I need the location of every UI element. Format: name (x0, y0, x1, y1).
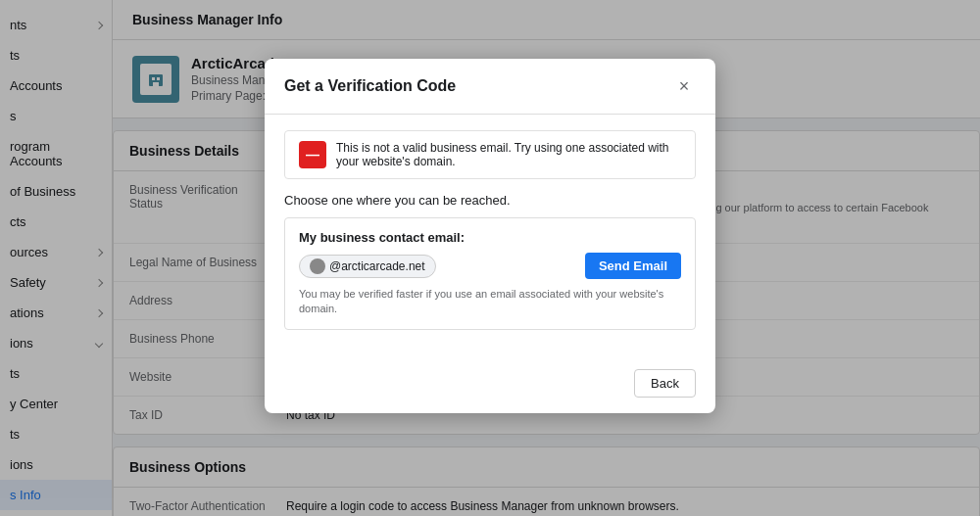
modal-body: — This is not a valid business email. Tr… (265, 115, 715, 359)
send-email-button[interactable]: Send Email (585, 253, 681, 279)
modal-title: Get a Verification Code (284, 77, 456, 95)
modal-footer: Back (265, 359, 715, 413)
modal-close-button[interactable]: × (672, 74, 696, 98)
email-address: @arcticarcade.net (329, 259, 425, 273)
modal: Get a Verification Code × — This is not … (265, 59, 715, 413)
avatar-small (310, 258, 325, 274)
email-box-label: My business contact email: (299, 230, 681, 245)
error-message: This is not a valid business email. Try … (336, 141, 681, 168)
email-note: You may be verified faster if you use an… (299, 287, 681, 317)
email-box: My business contact email: @arcticarcade… (284, 217, 696, 330)
modal-header: Get a Verification Code × (265, 59, 715, 115)
error-alert: — This is not a valid business email. Tr… (284, 130, 696, 179)
back-button[interactable]: Back (634, 369, 696, 398)
choose-text: Choose one where you can be reached. (284, 193, 696, 208)
modal-overlay: Get a Verification Code × — This is not … (0, 0, 980, 516)
page-layout: nts ts Accounts s rogram Accounts of Bus… (0, 0, 980, 516)
email-chip: @arcticarcade.net (299, 255, 436, 278)
email-row: @arcticarcade.net Send Email (299, 253, 681, 279)
error-icon: — (299, 141, 326, 168)
